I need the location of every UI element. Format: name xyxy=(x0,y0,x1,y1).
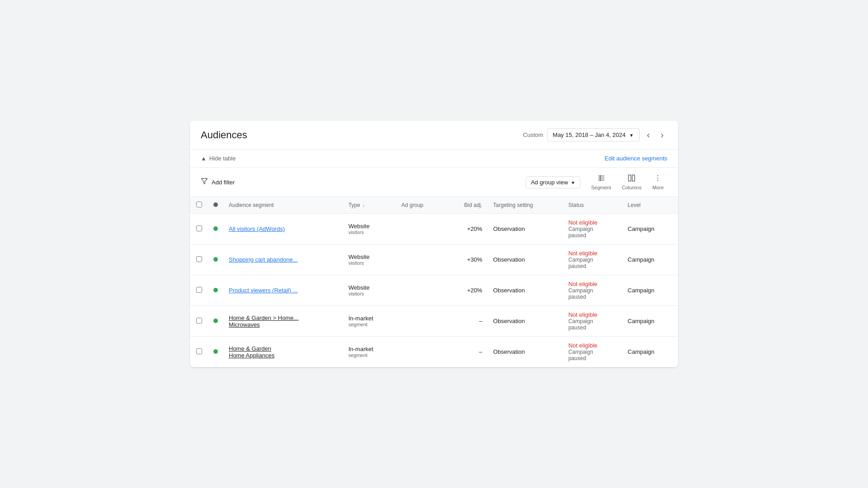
chevron-up-icon: ▲ xyxy=(201,155,207,162)
status-dot xyxy=(213,319,218,323)
row-checkbox[interactable] xyxy=(196,256,202,262)
row-type: Websitevisitors xyxy=(343,275,396,306)
audience-segment-name: Home & Garden Home Appliances xyxy=(229,345,338,359)
card-header: Audiences Custom May 15, 2018 – Jan 4, 2… xyxy=(190,121,678,150)
row-level: Campaign xyxy=(622,244,678,275)
header-targeting-setting: Targeting setting xyxy=(488,197,563,214)
header-audience-segment: Audience segment xyxy=(223,197,343,214)
segment-icon xyxy=(597,174,605,184)
row-dot-cell xyxy=(208,275,223,306)
status-dot xyxy=(213,288,218,292)
audience-segment-name: Home & Garden > Home... Microwaves xyxy=(229,314,338,328)
row-ad-group xyxy=(396,275,445,306)
hide-table-label: Hide table xyxy=(209,155,236,162)
filter-icon xyxy=(201,178,208,187)
columns-button[interactable]: Columns xyxy=(618,172,645,192)
prev-nav-button[interactable] xyxy=(643,128,654,142)
table-row: Home & Garden > Home... Microwaves In-ma… xyxy=(190,306,678,337)
header-dot-cell xyxy=(208,197,223,214)
filter-row: Add filter Ad group view xyxy=(190,168,678,197)
row-targeting-setting: Observation xyxy=(488,214,563,244)
svg-point-8 xyxy=(657,178,658,178)
select-all-checkbox[interactable] xyxy=(196,202,202,207)
row-targeting-setting: Observation xyxy=(488,306,563,337)
header-ad-group: Ad group xyxy=(396,197,445,214)
status-dot xyxy=(213,257,218,262)
svg-rect-5 xyxy=(628,175,631,181)
row-audience-segment: All visitors (AdWords) xyxy=(223,214,343,244)
row-level: Campaign xyxy=(622,214,678,244)
table-row: All visitors (AdWords)Websitevisitors+20… xyxy=(190,214,678,244)
row-checkbox-cell xyxy=(190,306,208,337)
toolbar-left: ▲ Hide table xyxy=(201,155,236,162)
row-status: Not eligibleCampaignpaused xyxy=(563,244,622,275)
more-label: More xyxy=(652,185,664,190)
row-checkbox[interactable] xyxy=(196,318,202,324)
row-checkbox-cell xyxy=(190,337,208,367)
row-type: Websitevisitors xyxy=(343,244,396,275)
row-targeting-setting: Observation xyxy=(488,244,563,275)
status-dot-header xyxy=(213,202,218,207)
row-bid-adj: – xyxy=(445,306,488,337)
audience-segment-link[interactable]: Shopping cart abandone... xyxy=(229,256,298,263)
filter-right: Ad group view Segment xyxy=(526,172,667,192)
segment-button[interactable]: Segment xyxy=(588,172,615,192)
row-bid-adj: – xyxy=(445,337,488,367)
segment-label: Segment xyxy=(591,185,611,190)
columns-label: Columns xyxy=(622,185,642,190)
row-level: Campaign xyxy=(622,306,678,337)
row-ad-group xyxy=(396,214,445,244)
row-ad-group xyxy=(396,244,445,275)
toolbar: ▲ Hide table Edit audience segments xyxy=(190,150,678,168)
row-targeting-setting: Observation xyxy=(488,337,563,367)
row-bid-adj: +20% xyxy=(445,214,488,244)
row-level: Campaign xyxy=(622,275,678,306)
columns-icon xyxy=(627,174,636,184)
chevron-right-icon xyxy=(660,131,664,140)
row-ad-group xyxy=(396,337,445,367)
row-status: Not eligibleCampaignpaused xyxy=(563,214,622,244)
next-nav-button[interactable] xyxy=(657,128,667,142)
row-checkbox-cell xyxy=(190,275,208,306)
row-dot-cell xyxy=(208,244,223,275)
row-checkbox[interactable] xyxy=(196,287,202,293)
row-checkbox-cell xyxy=(190,244,208,275)
add-filter-button[interactable]: Add filter xyxy=(212,179,235,186)
svg-rect-6 xyxy=(632,175,635,181)
row-dot-cell xyxy=(208,306,223,337)
row-audience-segment: Product viewers (Retail) ... xyxy=(223,275,343,306)
date-range-text: May 15, 2018 – Jan 4, 2024 xyxy=(553,131,626,138)
header-bid-adj: Bid adj. xyxy=(445,197,488,214)
row-type: In-marketsegment xyxy=(343,306,396,337)
svg-point-9 xyxy=(657,180,658,181)
header-type[interactable]: Type ↓ xyxy=(343,197,396,214)
view-selector-chevron-icon xyxy=(571,179,576,186)
row-checkbox-cell xyxy=(190,214,208,244)
row-ad-group xyxy=(396,306,445,337)
edit-audience-segments-link[interactable]: Edit audience segments xyxy=(604,155,667,162)
toolbar-actions: Segment Columns xyxy=(588,172,668,192)
row-checkbox[interactable] xyxy=(196,348,202,354)
chevron-down-icon xyxy=(629,131,634,138)
audience-segment-link[interactable]: Product viewers (Retail) ... xyxy=(229,287,297,294)
table-row: Shopping cart abandone...Websitevisitors… xyxy=(190,244,678,275)
row-checkbox[interactable] xyxy=(196,225,202,231)
hide-table-button[interactable]: ▲ Hide table xyxy=(201,155,236,162)
table-header-row: Audience segment Type ↓ Ad group Bid adj… xyxy=(190,197,678,214)
date-picker[interactable]: May 15, 2018 – Jan 4, 2024 xyxy=(547,128,640,141)
table-row: Product viewers (Retail) ...Websitevisit… xyxy=(190,275,678,306)
row-dot-cell xyxy=(208,337,223,367)
audience-segment-link[interactable]: All visitors (AdWords) xyxy=(229,225,285,232)
row-bid-adj: +20% xyxy=(445,275,488,306)
svg-marker-0 xyxy=(201,178,207,184)
header-checkbox-cell xyxy=(190,197,208,214)
chevron-left-icon xyxy=(647,131,650,140)
status-dot xyxy=(213,349,218,354)
more-button[interactable]: More xyxy=(649,172,667,192)
row-status: Not eligibleCampaignpaused xyxy=(563,337,622,367)
row-audience-segment: Home & Garden > Home... Microwaves xyxy=(223,306,343,337)
filter-left: Add filter xyxy=(201,178,235,187)
view-selector[interactable]: Ad group view xyxy=(526,176,580,188)
row-audience-segment: Home & Garden Home Appliances xyxy=(223,337,343,367)
row-bid-adj: +30% xyxy=(445,244,488,275)
